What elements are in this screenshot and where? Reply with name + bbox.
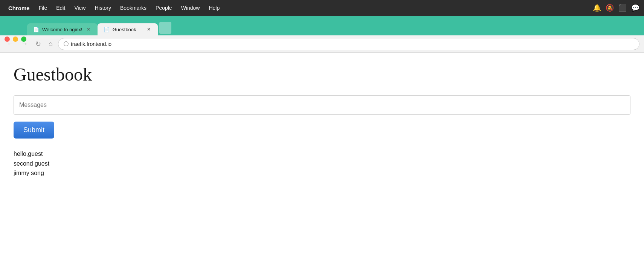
tab-nginx-icon: 📄	[33, 27, 39, 32]
menu-view[interactable]: View	[70, 3, 89, 12]
entry-3: jimmy song	[14, 168, 630, 178]
url-display: traefik.frontend.io	[71, 41, 634, 47]
minimize-button[interactable]	[13, 37, 18, 42]
menu-chrome[interactable]: Chrome	[5, 3, 34, 13]
tab-guestbook-label: Guestbook	[113, 27, 136, 32]
wechat-icon[interactable]: 💬	[631, 4, 639, 12]
close-button[interactable]	[5, 37, 10, 42]
page-title: Guestbook	[14, 64, 630, 85]
home-button[interactable]: ⌂	[46, 38, 55, 49]
mute-icon[interactable]: 🔕	[606, 4, 614, 12]
traffic-lights	[5, 37, 26, 42]
maximize-button[interactable]	[21, 37, 26, 42]
entry-1: hello,guest	[14, 149, 630, 159]
menu-file[interactable]: File	[35, 3, 51, 12]
menu-edit[interactable]: Edit	[52, 3, 69, 12]
notification-icon[interactable]: 🔔	[593, 4, 601, 12]
menu-bar: Chrome File Edit View History Bookmarks …	[0, 0, 644, 16]
page-content: Guestbook Submit hello,guest second gues…	[0, 53, 644, 265]
address-input-wrap[interactable]: ⓘ traefik.frontend.io	[58, 38, 639, 50]
menu-bar-right: 🔔 🔕 ⬛ 💬	[593, 4, 639, 12]
menu-history[interactable]: History	[91, 3, 115, 12]
new-tab-button[interactable]	[159, 22, 171, 34]
menu-bookmarks[interactable]: Bookmarks	[116, 3, 150, 12]
messages-input[interactable]	[14, 95, 630, 115]
lock-icon: ⓘ	[64, 41, 69, 47]
entries-list: hello,guest second guest jimmy song	[14, 149, 630, 178]
tab-nginx[interactable]: 📄 Welcome to nginx! ✕	[27, 23, 98, 35]
menu-help[interactable]: Help	[205, 3, 223, 12]
tab-guestbook-icon: 📄	[104, 27, 110, 32]
tab-bar: 📄 Welcome to nginx! ✕ 📄 Guestbook ✕	[0, 16, 644, 35]
submit-button[interactable]: Submit	[14, 122, 54, 139]
tab-nginx-close[interactable]: ✕	[85, 26, 92, 32]
menu-window[interactable]: Window	[177, 3, 204, 12]
address-bar: ← → ↻ ⌂ ⓘ traefik.frontend.io	[0, 35, 644, 53]
airplay-icon[interactable]: ⬛	[618, 4, 627, 12]
menu-people[interactable]: People	[152, 3, 176, 12]
tab-guestbook[interactable]: 📄 Guestbook ✕	[98, 23, 158, 35]
entry-2: second guest	[14, 159, 630, 169]
reload-button[interactable]: ↻	[33, 38, 43, 50]
tab-nginx-label: Welcome to nginx!	[42, 27, 82, 32]
tab-guestbook-close[interactable]: ✕	[146, 26, 152, 32]
